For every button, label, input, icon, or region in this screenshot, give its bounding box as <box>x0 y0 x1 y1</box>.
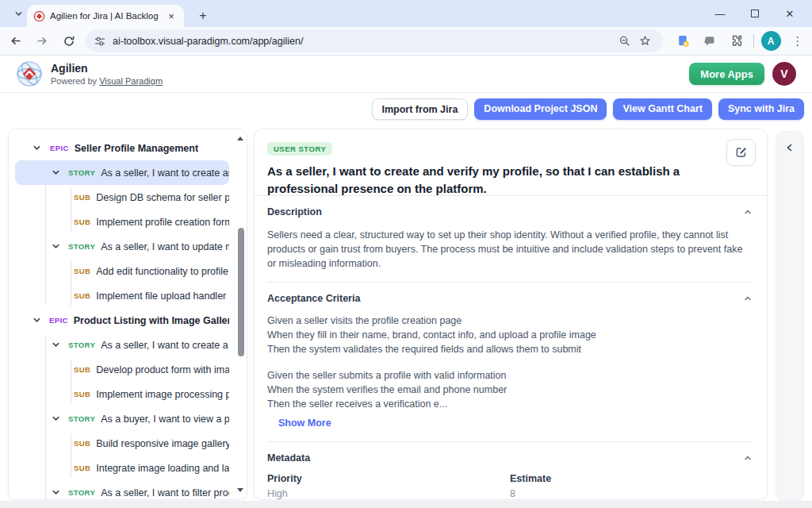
metadata-section: Metadata Priority High Estimate 8 Timeli… <box>267 442 753 500</box>
powered-by: Powered by Visual Paradigm <box>51 76 163 86</box>
chevron-down-icon[interactable] <box>52 242 60 251</box>
chevron-down-icon[interactable] <box>52 414 60 423</box>
estimate-value: 8 <box>510 488 753 499</box>
tree-item-story[interactable]: STORYAs a seller, I want to update my... <box>15 234 229 259</box>
acceptance-criteria-section: Acceptance Criteria Given a seller visit… <box>267 283 753 442</box>
chevron-down-icon[interactable] <box>52 341 60 349</box>
feedback-button[interactable] <box>699 30 721 52</box>
more-apps-button[interactable]: More Apps <box>689 63 764 85</box>
tree-item-story[interactable]: STORYAs a seller, I want to create a pr.… <box>15 333 229 357</box>
chevron-up-icon[interactable] <box>743 207 753 217</box>
item-type-badge: STORY <box>68 341 95 349</box>
tree-item-sub[interactable]: SUBAdd edit functionality to profile ... <box>15 259 229 283</box>
import-from-jira-button[interactable]: Import from Jira <box>372 98 469 120</box>
item-type-badge: SUB <box>74 267 90 275</box>
tree-item-sub[interactable]: SUBImplement image processing pip... <box>15 382 229 406</box>
chevron-down-icon[interactable] <box>33 316 41 325</box>
reload-icon <box>63 35 75 48</box>
minimize-button[interactable]: — <box>703 0 737 27</box>
tree-item-sub[interactable]: SUBImplement profile creation form ... <box>15 210 229 234</box>
app-name: Agilien <box>51 62 163 75</box>
tree-item-sub[interactable]: SUBDesign DB schema for seller pro... <box>15 185 229 210</box>
item-label: Integrate image loading and lazy... <box>96 463 229 474</box>
chevron-down-icon[interactable] <box>52 488 60 497</box>
section-title: Description <box>267 206 322 217</box>
tree-scrollbar[interactable] <box>238 228 244 356</box>
window-controls: — ✕ <box>703 0 807 27</box>
tab-search-button[interactable] <box>8 6 29 22</box>
item-type-badge: STORY <box>68 168 95 177</box>
tree-item-story[interactable]: STORYAs a seller, I want to filter produ… <box>15 480 229 500</box>
priority-label: Priority <box>267 473 510 484</box>
forward-button[interactable] <box>30 29 54 53</box>
user-avatar[interactable]: V <box>772 62 796 86</box>
item-type-badge: SUB <box>74 390 90 398</box>
item-label: Seller Profile Management <box>75 143 198 154</box>
tree-scroll-up-icon[interactable] <box>237 133 243 140</box>
tree-scroll-down-icon[interactable] <box>237 488 243 495</box>
edit-pencil-icon <box>735 146 748 159</box>
maximize-button[interactable] <box>737 0 772 27</box>
chevron-up-icon[interactable] <box>743 453 753 463</box>
toolbar-extensions: A ⋮ <box>669 30 811 52</box>
tree-item-sub[interactable]: SUBDevelop product form with imag... <box>15 357 229 382</box>
tree-item-sub[interactable]: SUBBuild responsive image gallery co... <box>15 431 229 456</box>
action-buttons: Import from Jira Download Project JSON V… <box>372 98 805 120</box>
priority-field: Priority High <box>267 473 510 499</box>
view-gantt-chart-button[interactable]: View Gantt Chart <box>613 98 711 120</box>
address-bar[interactable]: ai-toolbox.visual-paradigm.com/app/agili… <box>86 29 663 52</box>
show-more-link[interactable]: Show More <box>278 418 753 429</box>
back-arrow-icon <box>9 34 22 48</box>
new-tab-button[interactable]: + <box>193 6 213 25</box>
chevron-up-icon[interactable] <box>743 294 753 303</box>
page-bottom-strip <box>0 501 812 508</box>
url-text[interactable]: ai-toolbox.visual-paradigm.com/app/agili… <box>113 36 614 47</box>
item-label: As a buyer, I want to view a pro... <box>101 414 229 425</box>
acceptance-body: Given a seller visits the profile creati… <box>267 314 749 410</box>
download-project-json-button[interactable]: Download Project JSON <box>474 98 607 120</box>
right-panel-collapse[interactable] <box>776 131 804 502</box>
edit-button[interactable] <box>726 139 756 166</box>
star-icon <box>639 35 651 47</box>
story-header: USER STORY As a seller, I want to create… <box>255 129 767 196</box>
tab-close-icon[interactable]: × <box>165 10 178 22</box>
profile-avatar: A <box>761 31 781 51</box>
item-label: As a seller, I want to create and ... <box>101 167 229 179</box>
app-header: Agilien Powered by Visual Paradigm More … <box>0 56 812 93</box>
estimate-label: Estimate <box>510 473 753 484</box>
browser-tab[interactable]: Agilien for Jira | AI Backlog Stru × <box>27 5 184 27</box>
visual-paradigm-link[interactable]: Visual Paradigm <box>99 76 163 86</box>
app-identity: Agilien Powered by Visual Paradigm <box>16 60 163 87</box>
item-type-badge: SUB <box>74 193 90 202</box>
profile-button[interactable]: A <box>760 30 782 52</box>
close-button[interactable]: ✕ <box>772 0 807 27</box>
sync-with-jira-button[interactable]: Sync with Jira <box>718 98 804 120</box>
header-right: More Apps V <box>689 62 796 86</box>
tree-item-epic[interactable]: EPICSeller Profile Management <box>15 136 229 160</box>
extensions-button[interactable] <box>726 30 748 52</box>
chevron-down-icon[interactable] <box>52 168 60 177</box>
tree-item-sub[interactable]: SUBImplement file upload handler fo... <box>15 283 229 308</box>
item-label: Product Listing with Image Galleries <box>74 315 229 326</box>
tree-item-sub[interactable]: SUBIntegrate image loading and lazy... <box>15 456 229 480</box>
bookmark-button[interactable] <box>634 31 655 52</box>
zoom-out-button[interactable] <box>614 31 634 52</box>
metadata-grid: Priority High Estimate 8 Timeline 2026-0… <box>267 473 753 500</box>
tree-item-epic[interactable]: EPICProduct Listing with Image Galleries <box>15 308 229 333</box>
chevron-down-icon[interactable] <box>33 144 42 152</box>
back-button[interactable] <box>3 29 27 53</box>
tree-item-story[interactable]: STORYAs a buyer, I want to view a pro... <box>15 406 229 431</box>
reload-button[interactable] <box>57 29 81 53</box>
item-type-badge: SUB <box>74 217 90 226</box>
toolbar-divider <box>753 34 754 48</box>
tree-item-story[interactable]: STORYAs a seller, I want to create and .… <box>15 160 229 185</box>
browser-menu-button[interactable]: ⋮ <box>787 30 809 52</box>
reading-list-button[interactable] <box>672 30 694 52</box>
item-label: Implement profile creation form ... <box>96 217 229 228</box>
site-settings-icon[interactable] <box>94 35 106 48</box>
description-section: Description Sellers need a clear, struct… <box>267 196 753 283</box>
section-title: Acceptance Criteria <box>267 293 360 304</box>
comment-icon <box>703 35 716 48</box>
item-type-badge: EPIC <box>49 316 68 325</box>
maximize-icon <box>751 10 759 17</box>
